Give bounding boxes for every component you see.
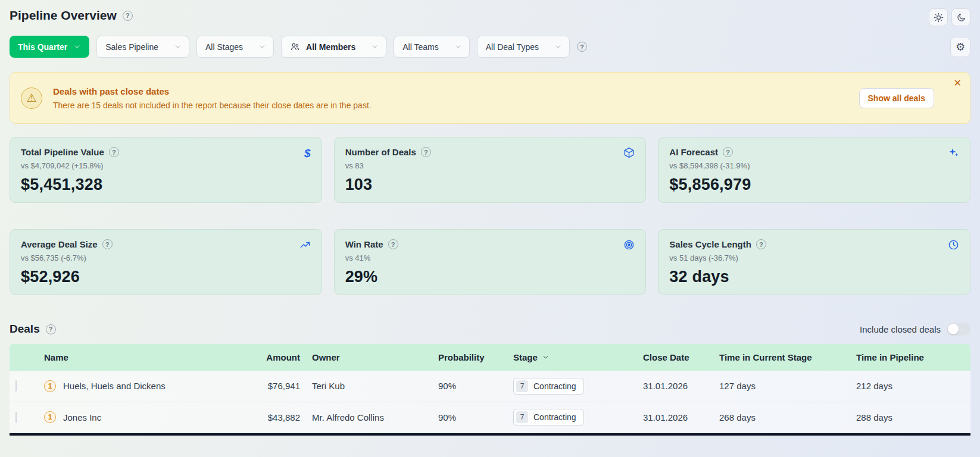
column-header-stage[interactable]: Stage bbox=[507, 344, 637, 371]
chevron-down-icon bbox=[258, 43, 266, 51]
stage-number: 7 bbox=[516, 411, 528, 423]
teams-label: All Teams bbox=[402, 42, 438, 52]
pipeline-dropdown[interactable]: Sales Pipeline bbox=[96, 36, 189, 58]
show-all-deals-button[interactable]: Show all deals bbox=[859, 88, 934, 108]
stage-number: 7 bbox=[516, 380, 528, 392]
stages-dropdown[interactable]: All Stages bbox=[196, 36, 274, 58]
stage-badge[interactable]: 7 Contracting bbox=[513, 409, 584, 425]
column-header-time-in-pipeline[interactable]: Time in Pipeline bbox=[850, 344, 970, 371]
warning-icon: ⚠ bbox=[21, 87, 42, 109]
chevron-down-icon bbox=[454, 43, 462, 51]
trend-up-icon bbox=[299, 239, 311, 253]
page-title-help-icon[interactable]: ? bbox=[123, 11, 133, 21]
deal-owner: Mr. Alfredo Collins bbox=[306, 402, 432, 433]
deal-probability: 90% bbox=[432, 402, 507, 433]
column-header-probability[interactable]: Probability bbox=[432, 344, 507, 371]
kpi-label: Win Rate bbox=[345, 239, 383, 249]
kpi-comparison: vs $8,594,398 (-31.9%) bbox=[669, 161, 959, 170]
time-range-dropdown[interactable]: This Quarter bbox=[10, 36, 89, 58]
column-header-close-date[interactable]: Close Date bbox=[637, 344, 713, 371]
kpi-label: Total Pipeline Value bbox=[21, 147, 104, 157]
kpi-card-win-rate: Win Rate ? vs 41% 29% bbox=[334, 229, 647, 295]
deal-close-date: 31.01.2026 bbox=[637, 371, 713, 402]
kpi-comparison: vs $56,735 (-6.7%) bbox=[21, 253, 311, 262]
deal-time-in-stage: 268 days bbox=[713, 402, 850, 433]
members-dropdown[interactable]: All Members bbox=[281, 36, 386, 58]
deal-count-badge: 1 bbox=[44, 411, 56, 423]
filters-help-icon[interactable]: ? bbox=[577, 42, 587, 52]
table-header-row: Name Amount Owner Probability Stage Clos… bbox=[10, 344, 970, 371]
include-closed-deals-toggle[interactable] bbox=[947, 323, 970, 336]
chevron-down-icon bbox=[73, 43, 81, 51]
target-icon bbox=[623, 239, 635, 253]
column-header-time-in-current-stage[interactable]: Time in Current Stage bbox=[713, 344, 850, 371]
top-bar: Pipeline Overview ? bbox=[10, 8, 970, 26]
stage-name: Contracting bbox=[533, 381, 576, 391]
deal-types-label: All Deal Types bbox=[486, 42, 539, 52]
kpi-help-icon[interactable]: ? bbox=[723, 147, 733, 157]
deal-name[interactable]: Jones Inc bbox=[63, 412, 101, 422]
next-row-edge bbox=[10, 433, 970, 436]
deals-section-header: Deals ? Include closed deals bbox=[10, 323, 970, 336]
theme-toggle-group bbox=[929, 8, 970, 26]
teams-dropdown[interactable]: All Teams bbox=[394, 36, 469, 58]
gear-icon: ⚙ bbox=[956, 42, 965, 52]
stages-label: All Stages bbox=[205, 42, 243, 52]
deals-table: Name Amount Owner Probability Stage Clos… bbox=[10, 344, 970, 433]
deal-close-date: 31.01.2026 bbox=[637, 402, 713, 433]
kpi-comparison: vs $4,709,042 (+15.8%) bbox=[21, 161, 311, 170]
stage-name: Contracting bbox=[533, 412, 576, 422]
dollar-icon: $ bbox=[304, 147, 311, 160]
kpi-help-icon[interactable]: ? bbox=[421, 147, 431, 157]
table-row[interactable]: 1 Huels, Huels and Dickens $76,941 Teri … bbox=[10, 371, 970, 402]
column-header-owner[interactable]: Owner bbox=[306, 344, 432, 371]
deal-probability: 90% bbox=[432, 371, 507, 402]
deals-help-icon[interactable]: ? bbox=[46, 324, 56, 334]
sparkles-icon bbox=[948, 147, 959, 161]
clock-icon bbox=[948, 239, 959, 253]
stage-header-label: Stage bbox=[513, 352, 538, 362]
kpi-label: Average Deal Size bbox=[21, 239, 98, 249]
kpi-help-icon[interactable]: ? bbox=[388, 239, 398, 249]
kpi-comparison: vs 41% bbox=[345, 253, 635, 262]
column-header-name[interactable]: Name bbox=[38, 344, 235, 371]
kpi-help-icon[interactable]: ? bbox=[109, 147, 119, 157]
banner-message: There are 15 deals not included in the r… bbox=[53, 101, 848, 110]
pipeline-label: Sales Pipeline bbox=[105, 42, 158, 52]
kpi-card-sales-cycle-length: Sales Cycle Length ? vs 51 days (-36.7%)… bbox=[658, 229, 970, 295]
kpi-help-icon[interactable]: ? bbox=[756, 239, 766, 249]
stage-badge[interactable]: 7 Contracting bbox=[513, 378, 584, 395]
kpi-value: 29% bbox=[345, 268, 635, 286]
kpi-card-number-of-deals: Number of Deals ? vs 83 103 bbox=[334, 137, 647, 203]
kpi-label: Sales Cycle Length bbox=[669, 239, 751, 249]
kpi-comparison: vs 51 days (-36.7%) bbox=[669, 253, 959, 262]
kpi-card-average-deal-size: Average Deal Size ? vs $56,735 (-6.7%) $… bbox=[10, 229, 322, 295]
row-checkbox[interactable] bbox=[15, 380, 17, 392]
deal-owner: Teri Kub bbox=[306, 371, 432, 402]
deal-time-in-pipeline: 212 days bbox=[850, 371, 970, 402]
banner-close-icon[interactable]: ✕ bbox=[954, 79, 962, 88]
deal-name[interactable]: Huels, Huels and Dickens bbox=[63, 381, 166, 391]
settings-button[interactable]: ⚙ bbox=[950, 37, 970, 57]
kpi-value: $5,451,328 bbox=[21, 176, 311, 194]
kpi-value: 32 days bbox=[669, 268, 959, 286]
kpi-card-total-pipeline-value: Total Pipeline Value ? $ vs $4,709,042 (… bbox=[10, 137, 322, 203]
page-title: Pipeline Overview bbox=[10, 8, 117, 23]
deal-types-dropdown[interactable]: All Deal Types bbox=[477, 36, 570, 58]
dark-mode-button[interactable] bbox=[951, 8, 970, 26]
column-header-amount[interactable]: Amount bbox=[235, 344, 306, 371]
banner-title: Deals with past close dates bbox=[53, 86, 848, 96]
deal-time-in-pipeline: 288 days bbox=[850, 402, 970, 433]
kpi-value: $5,856,979 bbox=[669, 176, 959, 194]
warning-banner: ⚠ Deals with past close dates There are … bbox=[10, 72, 970, 124]
light-mode-button[interactable] bbox=[929, 8, 948, 26]
deal-count-badge: 1 bbox=[44, 380, 56, 392]
row-checkbox[interactable] bbox=[15, 412, 17, 423]
chevron-down-icon bbox=[554, 43, 562, 51]
table-row[interactable]: 1 Jones Inc $43,882 Mr. Alfredo Collins … bbox=[10, 402, 970, 433]
header-checkbox-spacer bbox=[10, 344, 38, 371]
deal-time-in-stage: 127 days bbox=[713, 371, 850, 402]
kpi-help-icon[interactable]: ? bbox=[102, 239, 113, 249]
filter-bar: This Quarter Sales Pipeline All Stages A… bbox=[10, 36, 970, 58]
toggle-knob bbox=[948, 324, 959, 334]
